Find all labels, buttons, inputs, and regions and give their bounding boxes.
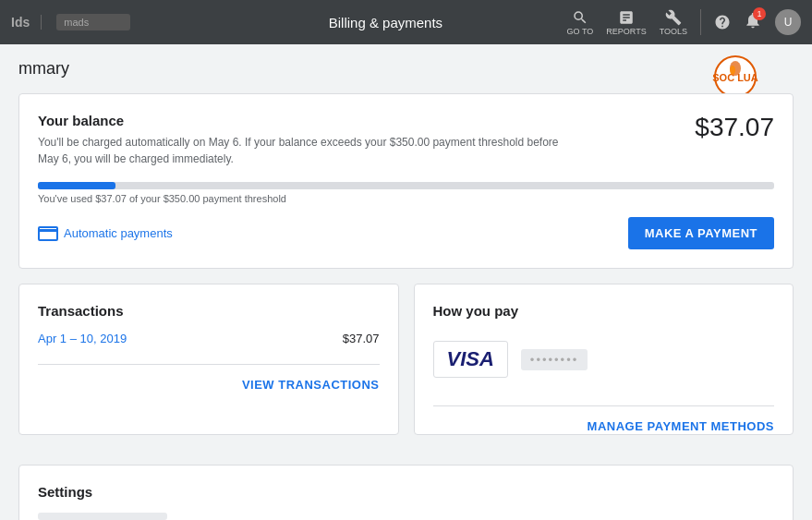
balance-description: You'll be charged automatically on May 6… [38, 134, 574, 167]
transactions-heading: Transactions [38, 303, 380, 319]
topbar-separator [700, 9, 701, 35]
make-payment-button[interactable]: MAKE A PAYMENT [628, 217, 774, 249]
settings-bar-1 [38, 513, 167, 520]
help-button[interactable] [714, 14, 731, 30]
notification-badge: 1 [753, 7, 766, 20]
transactions-card: Transactions Apr 1 – 10, 2019 $37.07 VIE… [18, 284, 399, 435]
progress-bar-fill [38, 182, 115, 189]
view-transactions-link[interactable]: VIEW TRANSACTIONS [242, 378, 380, 392]
balance-footer: Automatic payments MAKE A PAYMENT [38, 217, 774, 249]
balance-amount: $37.07 [695, 113, 774, 142]
settings-heading: Settings [38, 484, 774, 500]
topbar-account-text: mads [64, 17, 89, 28]
payment-method-card: How you pay VISA •••••••• MANAGE PAYMENT… [414, 284, 794, 435]
topbar-logo: Ids [11, 15, 42, 30]
help-icon [714, 14, 731, 30]
topbar: Ids mads Billing & payments GO TO REPORT… [0, 0, 812, 44]
payment-method-footer: MANAGE PAYMENT METHODS [433, 405, 775, 434]
balance-info: Your balance You'll be charged automatic… [38, 113, 574, 167]
progress-text: You've used $37.07 of your $350.00 payme… [38, 193, 774, 204]
user-avatar[interactable]: U [775, 9, 801, 35]
goto-label: GO TO [567, 27, 594, 36]
search-icon [572, 9, 588, 26]
transaction-amount: $37.07 [343, 332, 380, 345]
payment-method-display: VISA •••••••• [433, 332, 775, 387]
topbar-account: mads [56, 14, 130, 30]
visa-logo: VISA [433, 341, 508, 378]
credit-card-icon [38, 226, 58, 241]
goto-button[interactable]: GO TO [567, 9, 594, 36]
tools-button[interactable]: TOOLS [660, 9, 687, 36]
balance-heading: Your balance [38, 113, 574, 128]
balance-card: Your balance You'll be charged automatic… [18, 93, 794, 269]
transaction-date[interactable]: Apr 1 – 10, 2019 [38, 332, 127, 345]
notifications-button[interactable]: 1 [744, 11, 762, 33]
reports-icon [618, 9, 635, 26]
progress-container: You've used $37.07 of your $350.00 payme… [38, 182, 774, 204]
topbar-icons: GO TO REPORTS TOOLS 1 U [567, 9, 801, 36]
transaction-row: Apr 1 – 10, 2019 $37.07 [38, 332, 380, 345]
progress-bar-bg [38, 182, 774, 189]
automatic-payments-link[interactable]: Automatic payments [38, 226, 173, 241]
page-content: mmary SOC LUA SOCLUA SOC LUA COMPANY LIM… [0, 44, 812, 520]
settings-card: Settings [18, 465, 794, 520]
payment-method-heading: How you pay [433, 303, 775, 319]
topbar-title: Billing & payments [212, 15, 559, 30]
two-col-section: Transactions Apr 1 – 10, 2019 $37.07 VIE… [18, 284, 794, 450]
tools-label: TOOLS [660, 27, 687, 36]
card-number-masked: •••••••• [521, 349, 588, 370]
manage-payment-methods-link[interactable]: MANAGE PAYMENT METHODS [588, 419, 774, 433]
balance-top: Your balance You'll be charged automatic… [38, 113, 774, 167]
svg-point-3 [730, 66, 735, 75]
reports-button[interactable]: REPORTS [606, 9, 646, 36]
tools-icon [665, 9, 682, 26]
transactions-footer: VIEW TRANSACTIONS [38, 364, 380, 393]
reports-label: REPORTS [606, 27, 646, 36]
